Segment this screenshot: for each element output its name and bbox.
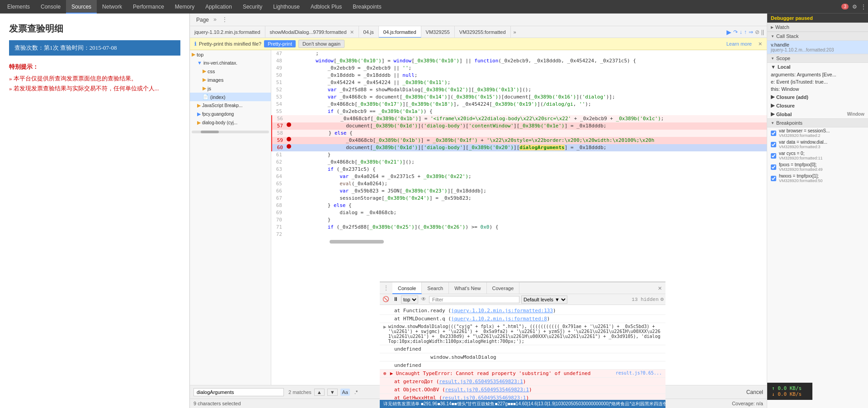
- tree-images[interactable]: ▶ images: [190, 75, 271, 84]
- folder-icon-images: ▶: [203, 77, 206, 83]
- search-regex-button[interactable]: .*: [353, 389, 359, 396]
- breakpoints-section-header[interactable]: ▼ Breakpoints: [767, 118, 868, 127]
- scope-closure-add-header[interactable]: ▶ Closure (add): [767, 93, 868, 101]
- console-pause-icon[interactable]: ⏸: [392, 295, 399, 304]
- console-filter-input[interactable]: [429, 296, 519, 303]
- debug-step-over-icon[interactable]: ↷: [733, 29, 738, 35]
- callstack-triangle-icon: ▼: [771, 34, 774, 38]
- file-tabs-overflow[interactable]: »: [511, 29, 519, 35]
- console-tab-whatsnew[interactable]: What's New: [449, 282, 486, 294]
- tab-breakpoints[interactable]: Breakpoints: [347, 0, 387, 14]
- file-tab-vm329255[interactable]: VM329255: [421, 26, 455, 38]
- bp-checkbox-2[interactable]: [771, 153, 776, 159]
- secondary-bar: Page » ⋮: [190, 14, 767, 26]
- bp-code-1: var data = window.dial...: [779, 140, 827, 145]
- tree-js[interactable]: ▶ js: [190, 84, 271, 93]
- tab-security[interactable]: Security: [237, 0, 268, 14]
- tab-adblock[interactable]: Adblock Plus: [305, 0, 347, 14]
- tab-sources[interactable]: Sources: [66, 0, 97, 14]
- file-tab-close-showmodal[interactable]: ✕: [350, 29, 354, 35]
- tree-dialog-body[interactable]: ▶ dialog-body (cyj...: [190, 118, 271, 127]
- close-banner-icon[interactable]: ✕: [758, 41, 762, 47]
- scope-local-header[interactable]: ▼ Local: [767, 63, 868, 71]
- debugger-header: Debugger paused: [767, 14, 868, 23]
- console-levels-select[interactable]: Default levels ▼: [521, 295, 567, 304]
- callstack-item-0[interactable]: v.handle jquery-1.10.2.m...formatted:203: [767, 41, 868, 54]
- tree-css[interactable]: ▶ css: [190, 67, 271, 75]
- file-tab-vm329255-formatted[interactable]: VM329255:formatted: [455, 26, 511, 38]
- debug-step-into-icon[interactable]: ↓: [740, 29, 742, 35]
- bp-checkbox-4[interactable]: [771, 176, 776, 181]
- tab-lighthouse[interactable]: Lighthouse: [268, 0, 305, 14]
- scope-local-e: e: Event {isTrusted: true...: [767, 78, 868, 85]
- bp-checkbox-1[interactable]: [771, 142, 776, 147]
- watch-section-header[interactable]: ▶ Watch: [767, 23, 868, 32]
- console-expand-icon-2[interactable]: ▶: [383, 324, 387, 330]
- more-icon[interactable]: ⋮: [220, 16, 229, 23]
- search-cancel-button[interactable]: Cancel: [746, 389, 763, 395]
- file-tab-jquery[interactable]: jquery-1.10.2.min.js:formatted: [190, 26, 265, 38]
- console-context-select[interactable]: top: [401, 295, 418, 304]
- bp-code-0: var browser = sessionS...: [779, 128, 830, 133]
- code-line-63: 63 if (_0x2371c5) {: [271, 166, 767, 173]
- console-tab-console[interactable]: Console: [392, 282, 422, 294]
- pretty-print-button[interactable]: Pretty-print: [264, 40, 296, 47]
- pretty-print-banner: ℹ Pretty-print this minified file? Prett…: [190, 38, 767, 50]
- webpage-notice-label: 特别提示：: [9, 63, 180, 71]
- console-link-7[interactable]: result.js?0.65049535469823:1: [439, 379, 523, 385]
- tree-inv-veri[interactable]: ▼ inv-veri.chinatax.: [190, 59, 271, 67]
- tab-console[interactable]: Console: [35, 0, 66, 14]
- console-drag-icon[interactable]: ⋮: [380, 285, 392, 291]
- code-line-68: 68 } else {: [271, 202, 767, 209]
- file-tab-04js[interactable]: 04.js: [359, 26, 379, 38]
- tab-elements[interactable]: Elements: [2, 0, 35, 14]
- console-eye-icon[interactable]: 👁: [420, 295, 427, 304]
- debug-deactivate-icon[interactable]: ⊘: [755, 29, 760, 35]
- tab-application[interactable]: Application: [200, 0, 237, 14]
- file-tab-showmodal[interactable]: showModalDialog...9799:formatted ✕: [265, 26, 359, 38]
- debug-longpause-icon[interactable]: ||: [761, 29, 764, 35]
- console-settings-icon[interactable]: ⚙: [660, 296, 664, 303]
- settings-icon[interactable]: ⚙: [852, 4, 857, 10]
- console-close-button[interactable]: ✕: [655, 284, 665, 292]
- tree-js-breakp[interactable]: ▶ JavaScript Breakp...: [190, 101, 271, 110]
- bp-checkbox-0[interactable]: [771, 131, 776, 136]
- page-tab[interactable]: Page: [193, 17, 212, 23]
- learn-more-link[interactable]: Learn more: [726, 41, 752, 47]
- console-tab-coverage[interactable]: Coverage: [487, 282, 520, 294]
- search-case-button[interactable]: Aa: [340, 389, 350, 396]
- tab-network[interactable]: Network: [97, 0, 127, 14]
- bp-checkbox-3[interactable]: [771, 164, 776, 170]
- console-link-9[interactable]: result.js?0.65049535469823:1: [442, 395, 526, 400]
- bp-file-1: VM328920:formatted:3: [779, 145, 827, 149]
- more-options-icon[interactable]: ⋮: [861, 4, 866, 10]
- search-input[interactable]: [193, 388, 284, 396]
- callstack-section-header[interactable]: ▼ Call Stack: [767, 32, 868, 41]
- tree-top[interactable]: ▶ top: [190, 50, 271, 59]
- chevron-icon[interactable]: »: [212, 17, 218, 23]
- console-error-link-6[interactable]: result.js?0.65...: [616, 370, 662, 375]
- tab-performance[interactable]: Performance: [127, 0, 170, 14]
- scope-section-header[interactable]: ▼ Scope: [767, 54, 868, 63]
- scope-closure-header[interactable]: ▶ Closure: [767, 101, 868, 110]
- scope-local-triangle: ▼: [771, 64, 776, 70]
- scope-global-header[interactable]: ▶ Global Window: [767, 110, 868, 118]
- debug-step-out-icon[interactable]: ↑: [744, 29, 747, 35]
- file-tab-04js-formatted[interactable]: 04.js:formatted: [379, 26, 421, 38]
- console-link-8[interactable]: result.js?0.65049535469823:1: [445, 387, 529, 393]
- tree-fpcy[interactable]: ▶ fpcy.guangdong: [190, 110, 271, 118]
- debug-resume-icon[interactable]: ▶: [726, 28, 731, 36]
- code-line-59: 59 _0x4868cb[_0x389b('0x1b')] = _0x389b(…: [271, 137, 767, 144]
- console-link-1[interactable]: jquery-1.10.2.min.js:formatted:8: [451, 316, 547, 322]
- search-prev-button[interactable]: ▲: [314, 389, 325, 396]
- search-next-button[interactable]: ▼: [327, 389, 338, 396]
- console-tab-search[interactable]: Search: [422, 282, 449, 294]
- tree-index[interactable]: 📄 (index): [190, 93, 271, 101]
- console-content[interactable]: at Function.ready (jquery-1.10.2.min.js:…: [380, 305, 665, 400]
- tab-memory[interactable]: Memory: [170, 0, 200, 14]
- console-link-0[interactable]: jquery-1.10.2.min.js:formatted:133: [451, 308, 553, 314]
- webpage-notice-1: 若发现发票查验结果与实际交易不符，任何单位或个人...: [9, 84, 180, 93]
- dont-show-button[interactable]: Don't show again: [298, 40, 344, 48]
- console-clear-icon[interactable]: 🚫: [382, 295, 390, 304]
- debug-step-icon[interactable]: ⇒: [749, 29, 753, 35]
